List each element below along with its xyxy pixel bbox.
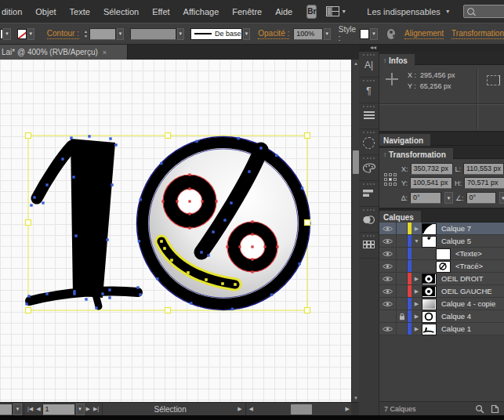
status-menu-icon[interactable]: ▶ <box>236 406 243 412</box>
selection-handle[interactable] <box>26 220 31 226</box>
stroke-weight-label[interactable]: Contour : <box>47 29 79 39</box>
workspace-layout-icon[interactable]: ▼ <box>326 6 346 16</box>
align-link[interactable]: Alignement <box>404 29 444 39</box>
visibility-toggle[interactable] <box>379 223 397 234</box>
document-tab[interactable]: Lai* @ 400% (RVB/Aperçu) × <box>0 45 128 60</box>
selection-handle[interactable] <box>305 220 310 226</box>
vertical-scrollbar[interactable]: ▲ ▼ <box>351 60 359 402</box>
transform-h-field[interactable]: 70,571 px <box>464 177 504 189</box>
one-flag[interactable] <box>37 146 72 198</box>
layer-row-oeil-droit[interactable]: ▶OEIL DROIT <box>379 273 504 285</box>
layer-row-calque-5[interactable]: ▼Calque 5 <box>379 235 504 248</box>
layer-row-texte[interactable]: <Texte> <box>379 248 504 260</box>
prev-artboard-button[interactable]: ◀ <box>34 406 42 412</box>
last-artboard-button[interactable]: ▶| <box>92 406 100 412</box>
visibility-toggle[interactable] <box>379 248 397 259</box>
selection-handle[interactable] <box>26 133 31 139</box>
layer-row-calque-4-copie[interactable]: ▶Calque 4 - copie <box>379 298 504 310</box>
variable-width-dropdown[interactable]: ▼ <box>177 28 184 40</box>
reference-point-icon[interactable] <box>384 173 397 186</box>
expand-icon[interactable]: ▶ <box>412 223 422 234</box>
canvas[interactable] <box>0 60 351 402</box>
stroke-color-dropdown[interactable]: ▼ <box>27 28 34 40</box>
scroll-right-icon[interactable]: ▶ <box>344 406 351 412</box>
panel-icon-color[interactable] <box>359 155 379 181</box>
visibility-toggle[interactable] <box>379 235 397 247</box>
visibility-toggle[interactable] <box>379 285 397 297</box>
layer-thumbnail[interactable] <box>422 223 437 235</box>
panel-icon-paragraph-styles[interactable] <box>359 103 379 129</box>
layer-thumbnail[interactable] <box>436 261 451 273</box>
visibility-toggle[interactable] <box>379 260 397 272</box>
opacity-dropdown[interactable]: ▼ <box>324 28 331 40</box>
panel-icon-align[interactable] <box>359 181 379 207</box>
shear-field[interactable]: 0° <box>466 192 496 204</box>
zoom-dropdown[interactable]: ▼ <box>13 404 22 415</box>
lock-toggle[interactable] <box>397 298 408 310</box>
menu-item-texte[interactable]: Texte <box>70 7 90 16</box>
layer-name[interactable]: Calque 4 <box>441 310 471 322</box>
stroke-color-swatch[interactable] <box>17 29 27 39</box>
workspace-switcher[interactable]: Les indispensables ▼ <box>367 7 451 16</box>
selection-handle[interactable] <box>165 308 171 313</box>
selection-handle[interactable] <box>165 133 171 139</box>
layer-name[interactable]: Calque 7 <box>441 223 471 234</box>
stroke-weight-dropdown[interactable]: ▼ <box>117 28 124 40</box>
panel-icon-character[interactable]: A| <box>359 52 379 78</box>
layer-thumbnail[interactable] <box>422 311 437 323</box>
visibility-toggle[interactable] <box>379 323 397 335</box>
zoom-field[interactable] <box>0 404 13 415</box>
layer-thumbnail[interactable] <box>422 286 437 298</box>
transform-x-field[interactable]: 350,732 px <box>411 163 453 175</box>
panel-collapse-icon[interactable]: ↕ <box>383 57 386 64</box>
layer-row-oeil-gauche[interactable]: ▶OEIL GAUCHE <box>379 285 504 298</box>
menu-item-effet[interactable]: Effet <box>152 7 169 16</box>
menu-item-objet[interactable]: Objet <box>35 7 56 16</box>
layer-name[interactable]: Calque 5 <box>441 235 471 247</box>
expand-icon[interactable]: ▶ <box>412 285 422 297</box>
brush-dropdown[interactable]: ▼ <box>243 28 250 40</box>
layer-name[interactable]: <Texte> <box>455 248 482 259</box>
stroke-weight-field[interactable] <box>89 28 116 40</box>
new-layer-icon[interactable] <box>491 404 499 414</box>
expand-icon[interactable]: ▶ <box>412 273 422 284</box>
layer-row-calque-1[interactable]: ▶Calque 1 <box>379 323 504 335</box>
selection-handle[interactable] <box>26 308 31 313</box>
panel-icon-swatches[interactable] <box>359 233 379 259</box>
transform-link[interactable]: Transformation <box>451 29 504 39</box>
layer-thumbnail[interactable] <box>422 273 437 285</box>
next-artboard-button[interactable]: ▶ <box>85 406 92 412</box>
transform-w-field[interactable]: 110,553 px <box>463 163 504 175</box>
bridge-button[interactable]: Br <box>306 5 317 19</box>
locate-object-icon[interactable] <box>475 404 484 414</box>
panel-collapse-icon[interactable]: ↕ <box>383 151 386 158</box>
menu-item-dition[interactable]: dition <box>2 7 22 16</box>
selection-handle[interactable] <box>305 308 310 313</box>
brush-definition[interactable]: De base <box>190 28 242 40</box>
artwork-10-smiley[interactable] <box>0 60 351 402</box>
layer-row-calque-4[interactable]: ▶Calque 4 <box>379 310 504 323</box>
lock-toggle[interactable] <box>397 235 408 247</box>
vertical-scroll-thumb[interactable] <box>353 150 359 174</box>
expand-icon[interactable]: ▶ <box>412 323 422 335</box>
panel-icon-stroke-circle[interactable] <box>359 129 379 155</box>
lock-toggle[interactable] <box>397 260 408 272</box>
layer-name[interactable]: <Tracé> <box>455 260 483 272</box>
layer-row-trac[interactable]: <Tracé> <box>379 260 504 273</box>
layer-row-calque-7[interactable]: ▶Calque 7 <box>379 223 504 235</box>
rotate-dropdown[interactable]: ▼ <box>444 192 453 204</box>
visibility-toggle[interactable] <box>379 310 397 322</box>
visibility-toggle[interactable] <box>379 298 397 310</box>
layer-name[interactable]: OEIL DROIT <box>441 273 484 284</box>
lock-toggle[interactable] <box>397 310 408 322</box>
lock-toggle[interactable] <box>397 323 408 335</box>
lock-toggle[interactable] <box>397 223 408 234</box>
fill-color-swatch[interactable] <box>0 29 2 39</box>
lock-toggle[interactable] <box>397 285 408 297</box>
layer-name[interactable]: Calque 1 <box>441 323 471 335</box>
stroke-weight-stepper[interactable]: ▲▼ <box>84 30 88 38</box>
panel-icon-paragraph[interactable]: ¶ <box>359 78 379 103</box>
lock-toggle[interactable] <box>397 248 408 259</box>
close-icon[interactable]: × <box>103 49 107 56</box>
artboard-number-field[interactable]: 1 <box>42 404 75 415</box>
